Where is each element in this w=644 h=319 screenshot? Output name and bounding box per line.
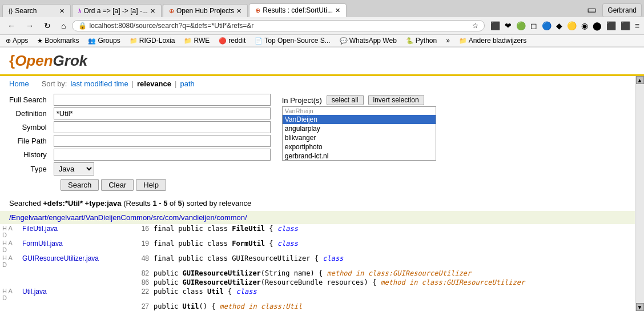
- full-search-input[interactable]: [54, 94, 271, 106]
- bookmark-bookmarks[interactable]: ★ Bookmarks: [35, 36, 81, 45]
- tab-close-results[interactable]: ✕: [335, 7, 340, 14]
- bookmark-groups-label: Groups: [98, 37, 120, 45]
- line-num-1: 16: [134, 224, 151, 239]
- back-button[interactable]: ←: [3, 19, 19, 32]
- project-item-blikvanger[interactable]: blikvanger: [283, 133, 436, 142]
- symbol-input[interactable]: [54, 121, 271, 133]
- sort-relevance-active[interactable]: relevance: [137, 79, 171, 88]
- history-label: History: [9, 150, 49, 159]
- tab-results[interactable]: ⊕ Results : cdef:SortUti... ✕: [249, 3, 347, 17]
- ext-icon-6[interactable]: ◆: [555, 20, 564, 31]
- tab-openhub[interactable]: ⊕ Open Hub Projects ✕: [163, 4, 248, 17]
- more-label: »: [446, 37, 450, 45]
- form-grid: Full Search Definition Symbol File Path …: [9, 94, 271, 176]
- ext-icon-11[interactable]: ⬛: [619, 20, 631, 31]
- opengrok-logo: {OpenGrok: [9, 52, 87, 70]
- ext-icon-2[interactable]: ❤: [504, 20, 513, 31]
- bookmark-reddit-label: reddit: [228, 37, 245, 45]
- line-num-4a: 22: [134, 287, 151, 302]
- page-scrollbar[interactable]: ▲ ▼: [635, 76, 644, 311]
- ext-icon-7[interactable]: 🟡: [566, 20, 578, 31]
- ext-icon-10[interactable]: ⬛: [605, 20, 617, 31]
- new-tab-button[interactable]: ▭: [582, 2, 601, 17]
- bookmark-rwe[interactable]: 📁 RWE: [182, 36, 212, 45]
- tab-ord[interactable]: λ Ord a => [a] -> [a] -... ✕: [72, 4, 162, 17]
- star-icon[interactable]: ☆: [472, 22, 478, 30]
- highlight-3b: GUIResourceUtilizer: [183, 269, 261, 277]
- home-link[interactable]: Home: [9, 79, 29, 88]
- project-item-gerbrand[interactable]: gerbrand-ict.nl: [283, 151, 436, 161]
- help-button[interactable]: Help: [136, 179, 166, 191]
- search-button[interactable]: Search: [61, 179, 99, 191]
- user-profile[interactable]: Gerbrand: [602, 3, 642, 17]
- tab-close-ord[interactable]: ✕: [150, 7, 155, 15]
- file-link-4[interactable]: Util.java: [20, 287, 134, 311]
- tab-close-search[interactable]: ✕: [59, 7, 65, 15]
- bookmark-whatsapp[interactable]: 💬 WhatsApp Web: [337, 36, 399, 45]
- file-path-input[interactable]: [54, 135, 271, 147]
- ext-icon-8[interactable]: ◉: [580, 20, 589, 31]
- file-link-3[interactable]: GUIResourceUtilizer.java: [20, 254, 134, 287]
- forward-button[interactable]: →: [22, 19, 38, 32]
- project-item-vandieijen[interactable]: VanDieijen: [283, 115, 436, 124]
- highlight-4a: Util: [207, 288, 224, 296]
- bookmark-reddit[interactable]: 🔴 reddit: [216, 36, 248, 45]
- in-project-label: In Project(s): [282, 96, 322, 105]
- ext-icon-5[interactable]: 🔵: [541, 20, 553, 31]
- bookmark-groups[interactable]: 👥 Groups: [86, 36, 122, 45]
- bookmark-python[interactable]: 🐍 Python: [404, 36, 439, 45]
- project-list[interactable]: VanRheijn VanDieijen angularplay blikvan…: [282, 106, 436, 161]
- result-path-text: /Engelvaart/engelvaart/VanDieijenCommon/…: [9, 213, 247, 222]
- type-select[interactable]: Java C C++ Python All: [54, 162, 94, 176]
- history-input[interactable]: [54, 149, 271, 161]
- project-item-vanrheijn[interactable]: VanRheijn: [283, 107, 436, 115]
- results-container: /Engelvaart/engelvaart/VanDieijenCommon/…: [0, 211, 635, 311]
- tab-bar: {} Search ✕ λ Ord a => [a] -> [a] -... ✕…: [0, 0, 644, 17]
- tab-close-openhub[interactable]: ✕: [236, 7, 242, 15]
- class-kw-2: class: [277, 240, 298, 248]
- ext-icon-12[interactable]: ≡: [634, 20, 641, 31]
- bookmark-apps[interactable]: ⊕ Apps: [3, 36, 30, 45]
- python-icon: 🐍: [406, 37, 414, 45]
- result-path-1[interactable]: /Engelvaart/engelvaart/VanDieijenCommon/…: [0, 211, 635, 224]
- bookmark-opensource[interactable]: 📄 Top Open-Source S...: [252, 36, 332, 45]
- ext-icon-9[interactable]: ⬤: [591, 20, 603, 31]
- bookmark-more[interactable]: »: [444, 36, 452, 45]
- bookmark-andere[interactable]: 📁 Andere bladwijzers: [457, 36, 529, 45]
- highlight-3c: GUIResourceUtilizer: [183, 278, 261, 286]
- sort-modified-link[interactable]: last modified time: [70, 79, 128, 88]
- sort-sep-2: |: [175, 79, 176, 88]
- home-button[interactable]: ⌂: [57, 19, 70, 32]
- bookmark-bookmarks-label: Bookmarks: [45, 37, 79, 45]
- reload-button[interactable]: ↻: [40, 19, 55, 32]
- reddit-icon: 🔴: [219, 37, 227, 45]
- table-row: H A D Util.java 22 public class Util { c…: [0, 287, 635, 302]
- tab-icon-search: {}: [9, 7, 13, 14]
- project-item-exportiphoto[interactable]: exportiphoto: [283, 142, 436, 151]
- definition-input[interactable]: [54, 107, 271, 119]
- ext-icon-1[interactable]: ⬛: [489, 20, 501, 31]
- ext-icon-3[interactable]: 🟢: [515, 20, 527, 31]
- clear-button[interactable]: Clear: [101, 179, 134, 191]
- action-buttons: Search Clear Help: [61, 179, 271, 191]
- scrollbar-down[interactable]: ▼: [636, 303, 644, 311]
- tab-title-search: Search: [15, 7, 57, 15]
- sort-path-link[interactable]: path: [180, 79, 194, 88]
- ext-icon-4[interactable]: ◻: [529, 20, 538, 31]
- tab-search[interactable]: {} Search ✕: [2, 4, 71, 17]
- class-kw-1: class: [277, 225, 298, 233]
- browser-extensions: ⬛ ❤ 🟢 ◻ 🔵 ◆ 🟡 ◉ ⬤ ⬛ ⬛ ≡: [489, 20, 641, 31]
- bookmark-rigd[interactable]: 📁 RIGD-Loxia: [127, 36, 178, 45]
- scrollbar-up[interactable]: ▲: [636, 76, 644, 84]
- project-item-angularplay[interactable]: angularplay: [283, 124, 436, 133]
- had-label-4: H A D: [0, 287, 20, 302]
- nav-bar: ← → ↻ ⌂ 🔒 localhost:8080/source/search?q…: [0, 17, 644, 35]
- invert-selection-button[interactable]: invert selection: [368, 95, 424, 105]
- select-all-button[interactable]: select all: [327, 95, 364, 105]
- code-cell-4a: public class Util { class: [151, 287, 635, 302]
- method-kw-4b: method in class:Util: [220, 302, 303, 310]
- browser-chrome: {} Search ✕ λ Ord a => [a] -> [a] -... ✕…: [0, 0, 644, 47]
- file-link-2[interactable]: FormUtil.java: [20, 239, 134, 254]
- address-bar[interactable]: 🔒 localhost:8080/source/search?q=&defs=*…: [72, 20, 484, 31]
- file-link-1[interactable]: FileUtil.java: [20, 224, 134, 239]
